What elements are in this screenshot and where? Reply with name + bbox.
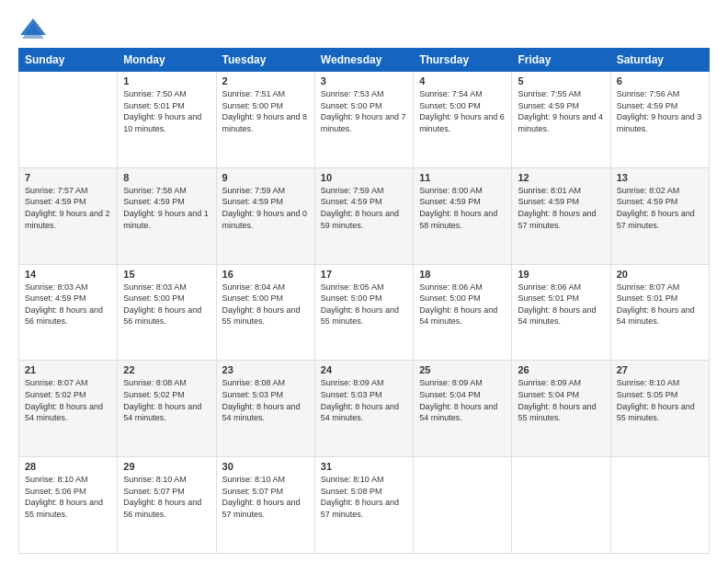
cell-info: Sunrise: 8:03 AMSunset: 4:59 PMDaylight:… [25,282,111,327]
calendar-cell: 12Sunrise: 8:01 AMSunset: 4:59 PMDayligh… [512,167,610,264]
weekday-header-monday: Monday [118,49,216,72]
day-number: 28 [25,461,111,472]
day-number: 3 [321,75,407,86]
calendar-cell: 2Sunrise: 7:51 AMSunset: 5:00 PMDaylight… [216,72,314,168]
calendar-cell: 11Sunrise: 8:00 AMSunset: 4:59 PMDayligh… [414,167,512,264]
cell-info: Sunrise: 8:00 AMSunset: 4:59 PMDaylight:… [419,185,506,231]
day-number: 9 [222,172,309,183]
calendar-cell: 3Sunrise: 7:53 AMSunset: 5:00 PMDaylight… [314,72,413,168]
cell-info: Sunrise: 8:01 AMSunset: 4:59 PMDaylight:… [518,185,604,231]
calendar-cell: 29Sunrise: 8:10 AMSunset: 5:07 PMDayligh… [118,457,216,554]
day-number: 8 [123,172,210,183]
calendar-cell: 22Sunrise: 8:08 AMSunset: 5:02 PMDayligh… [118,361,216,457]
calendar-cell [414,457,512,554]
calendar-cell: 28Sunrise: 8:10 AMSunset: 5:06 PMDayligh… [19,457,118,554]
day-number: 6 [617,75,703,86]
day-number: 1 [123,75,210,86]
day-number: 24 [321,364,407,375]
weekday-header-saturday: Saturday [610,49,709,72]
day-number: 20 [617,269,703,280]
week-row-3: 21Sunrise: 8:07 AMSunset: 5:02 PMDayligh… [19,361,710,457]
cell-info: Sunrise: 8:04 AMSunset: 5:00 PMDaylight:… [222,282,309,327]
day-number: 13 [617,172,703,183]
calendar-cell: 21Sunrise: 8:07 AMSunset: 5:02 PMDayligh… [19,361,118,457]
logo [18,17,51,42]
calendar-cell: 26Sunrise: 8:09 AMSunset: 5:04 PMDayligh… [512,361,610,457]
day-number: 4 [419,75,506,86]
cell-info: Sunrise: 8:06 AMSunset: 5:00 PMDaylight:… [419,282,506,327]
week-row-4: 28Sunrise: 8:10 AMSunset: 5:06 PMDayligh… [19,457,710,554]
calendar-table: SundayMondayTuesdayWednesdayThursdayFrid… [18,48,710,554]
cell-info: Sunrise: 8:08 AMSunset: 5:02 PMDaylight:… [123,377,210,423]
cell-info: Sunrise: 7:51 AMSunset: 5:00 PMDaylight:… [222,88,309,134]
calendar-cell: 27Sunrise: 8:10 AMSunset: 5:05 PMDayligh… [610,361,709,457]
weekday-header-friday: Friday [512,49,610,72]
day-number: 22 [123,364,210,375]
day-number: 25 [419,364,506,375]
cell-info: Sunrise: 7:53 AMSunset: 5:00 PMDaylight:… [321,88,407,134]
calendar-cell: 19Sunrise: 8:06 AMSunset: 5:01 PMDayligh… [512,264,610,361]
calendar-cell: 17Sunrise: 8:05 AMSunset: 5:00 PMDayligh… [314,264,413,361]
cell-info: Sunrise: 8:06 AMSunset: 5:01 PMDaylight:… [518,282,604,327]
calendar-cell: 1Sunrise: 7:50 AMSunset: 5:01 PMDaylight… [118,72,216,168]
day-number: 19 [518,269,604,280]
calendar-cell: 5Sunrise: 7:55 AMSunset: 4:59 PMDaylight… [512,72,610,168]
cell-info: Sunrise: 8:07 AMSunset: 5:02 PMDaylight:… [25,377,111,423]
calendar-cell: 14Sunrise: 8:03 AMSunset: 4:59 PMDayligh… [19,264,118,361]
calendar-cell: 20Sunrise: 8:07 AMSunset: 5:01 PMDayligh… [610,264,709,361]
calendar-page: SundayMondayTuesdayWednesdayThursdayFrid… [0,0,728,563]
day-number: 30 [222,461,309,472]
cell-info: Sunrise: 8:09 AMSunset: 5:04 PMDaylight:… [518,377,604,423]
day-number: 5 [518,75,604,86]
calendar-cell: 13Sunrise: 8:02 AMSunset: 4:59 PMDayligh… [610,167,709,264]
calendar-cell [19,72,118,168]
calendar-cell: 31Sunrise: 8:10 AMSunset: 5:08 PMDayligh… [314,457,413,554]
cell-info: Sunrise: 7:59 AMSunset: 4:59 PMDaylight:… [222,185,309,231]
day-number: 17 [321,269,407,280]
day-number: 26 [518,364,604,375]
cell-info: Sunrise: 8:10 AMSunset: 5:05 PMDaylight:… [617,377,703,423]
day-number: 14 [25,269,111,280]
calendar-cell: 23Sunrise: 8:08 AMSunset: 5:03 PMDayligh… [216,361,314,457]
day-number: 23 [222,364,309,375]
weekday-header-sunday: Sunday [19,49,118,72]
logo-icon [18,17,48,42]
day-number: 11 [419,172,506,183]
cell-info: Sunrise: 7:56 AMSunset: 4:59 PMDaylight:… [617,88,703,134]
calendar-cell: 24Sunrise: 8:09 AMSunset: 5:03 PMDayligh… [314,361,413,457]
day-number: 10 [321,172,407,183]
calendar-cell: 30Sunrise: 8:10 AMSunset: 5:07 PMDayligh… [216,457,314,554]
cell-info: Sunrise: 8:10 AMSunset: 5:08 PMDaylight:… [321,474,407,520]
calendar-cell: 9Sunrise: 7:59 AMSunset: 4:59 PMDaylight… [216,167,314,264]
day-number: 16 [222,269,309,280]
cell-info: Sunrise: 7:54 AMSunset: 5:00 PMDaylight:… [419,88,506,134]
cell-info: Sunrise: 8:09 AMSunset: 5:04 PMDaylight:… [419,377,506,423]
weekday-header-thursday: Thursday [414,49,512,72]
day-number: 7 [25,172,111,183]
cell-info: Sunrise: 8:05 AMSunset: 5:00 PMDaylight:… [321,282,407,327]
cell-info: Sunrise: 8:07 AMSunset: 5:01 PMDaylight:… [617,282,703,327]
week-row-0: 1Sunrise: 7:50 AMSunset: 5:01 PMDaylight… [19,72,710,168]
cell-info: Sunrise: 8:10 AMSunset: 5:07 PMDaylight:… [222,474,309,520]
calendar-cell: 7Sunrise: 7:57 AMSunset: 4:59 PMDaylight… [19,167,118,264]
calendar-cell: 8Sunrise: 7:58 AMSunset: 4:59 PMDaylight… [118,167,216,264]
header [18,17,710,42]
cell-info: Sunrise: 7:57 AMSunset: 4:59 PMDaylight:… [25,185,111,231]
cell-info: Sunrise: 8:09 AMSunset: 5:03 PMDaylight:… [321,377,407,423]
day-number: 15 [123,269,210,280]
week-row-1: 7Sunrise: 7:57 AMSunset: 4:59 PMDaylight… [19,167,710,264]
cell-info: Sunrise: 7:50 AMSunset: 5:01 PMDaylight:… [123,88,210,134]
calendar-cell: 4Sunrise: 7:54 AMSunset: 5:00 PMDaylight… [414,72,512,168]
day-number: 31 [321,461,407,472]
cell-info: Sunrise: 8:10 AMSunset: 5:06 PMDaylight:… [25,474,111,520]
day-number: 2 [222,75,309,86]
cell-info: Sunrise: 8:08 AMSunset: 5:03 PMDaylight:… [222,377,309,423]
day-number: 21 [25,364,111,375]
calendar-cell: 18Sunrise: 8:06 AMSunset: 5:00 PMDayligh… [414,264,512,361]
cell-info: Sunrise: 8:02 AMSunset: 4:59 PMDaylight:… [617,185,703,231]
cell-info: Sunrise: 8:03 AMSunset: 5:00 PMDaylight:… [123,282,210,327]
cell-info: Sunrise: 8:10 AMSunset: 5:07 PMDaylight:… [123,474,210,520]
calendar-cell [512,457,610,554]
weekday-header-wednesday: Wednesday [314,49,413,72]
cell-info: Sunrise: 7:55 AMSunset: 4:59 PMDaylight:… [518,88,604,134]
